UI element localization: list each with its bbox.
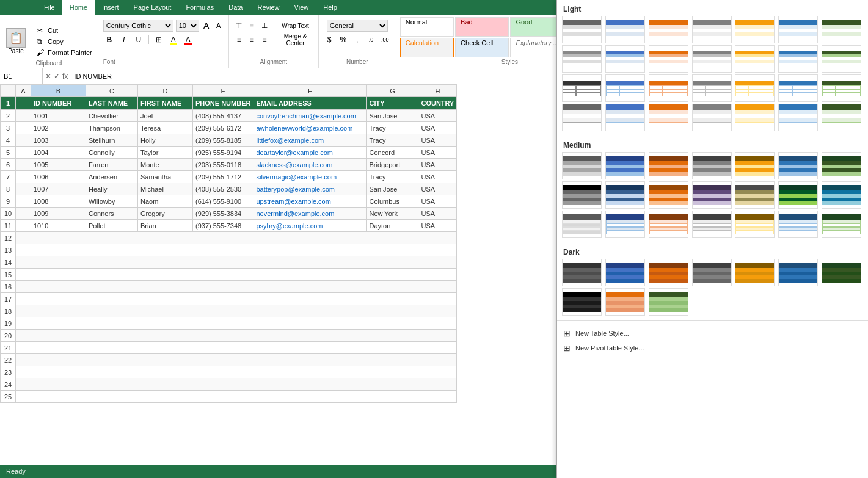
table-style-medium-9[interactable] xyxy=(605,181,645,209)
cell-e7[interactable]: (209) 555-1712 xyxy=(193,171,253,183)
header-email[interactable]: PHONE NUMBER xyxy=(193,97,253,110)
decrease-font-button[interactable]: A xyxy=(214,21,224,31)
row-num-12[interactable]: 12 xyxy=(1,232,16,244)
align-left-button[interactable]: ≡ xyxy=(234,34,244,46)
cell-empty-17[interactable] xyxy=(16,293,457,305)
cell-e2[interactable]: (408) 555-4137 xyxy=(193,110,253,122)
cell-f7[interactable]: silvermagic@example.com xyxy=(253,171,367,183)
row-num-13[interactable]: 13 xyxy=(1,244,16,256)
align-top-button[interactable]: ⊤ xyxy=(234,20,244,32)
table-style-light-26[interactable] xyxy=(735,104,775,131)
table-style-light-28[interactable] xyxy=(822,104,861,131)
header-city[interactable]: EMAIL ADDRESS xyxy=(253,97,367,110)
cell-e4[interactable]: (209) 555-8185 xyxy=(193,134,253,147)
cell-e10[interactable]: (929) 555-3834 xyxy=(193,208,253,220)
cell-a10[interactable] xyxy=(16,208,31,220)
cell-a9[interactable] xyxy=(16,195,31,208)
table-style-light-22[interactable] xyxy=(562,104,602,131)
header-invoice[interactable]: COUNTRY xyxy=(418,97,457,110)
row-num-9[interactable]: 9 xyxy=(1,195,16,208)
cell-a7[interactable] xyxy=(16,171,31,183)
cell-b11[interactable]: 1010 xyxy=(31,220,86,232)
table-style-dark-10[interactable] xyxy=(649,288,688,316)
wrap-text-button[interactable]: Wrap Text xyxy=(277,20,313,32)
table-style-light-12[interactable] xyxy=(735,45,775,73)
cell-d5[interactable]: Taylor xyxy=(138,147,193,159)
header-id[interactable] xyxy=(16,97,31,110)
tab-help[interactable]: Help xyxy=(316,0,345,15)
increase-font-button[interactable]: A xyxy=(202,21,211,31)
row-num-2[interactable]: 2 xyxy=(1,110,16,122)
table-style-light-3[interactable] xyxy=(649,16,688,43)
table-style-medium-1[interactable] xyxy=(562,152,602,179)
cell-f2[interactable]: convoyfrenchman@example.com xyxy=(253,110,367,122)
copy-button[interactable]: ⧉ Copy xyxy=(35,37,94,46)
header-last-name[interactable]: ID NUMBER xyxy=(31,97,86,110)
cell-f4[interactable]: littlefox@example.com xyxy=(253,134,367,147)
cell-e8[interactable]: (408) 555-2530 xyxy=(193,183,253,195)
cell-c5[interactable]: Connolly xyxy=(86,147,138,159)
row-num-4[interactable]: 4 xyxy=(1,134,16,147)
row-num-25[interactable]: 25 xyxy=(1,391,16,403)
borders-button[interactable]: ⊞ xyxy=(153,34,165,46)
cell-h11[interactable]: USA xyxy=(418,220,457,232)
table-style-dark-7[interactable] xyxy=(822,259,861,286)
cell-g3[interactable]: Tracy xyxy=(367,122,418,134)
row-num-23[interactable]: 23 xyxy=(1,366,16,378)
corner-cell[interactable] xyxy=(1,85,16,97)
cell-g5[interactable]: Concord xyxy=(367,147,418,159)
cell-b9[interactable]: 1008 xyxy=(31,195,86,208)
table-style-medium-20[interactable] xyxy=(778,211,818,238)
col-header-a[interactable]: A xyxy=(16,85,31,97)
cell-g2[interactable]: San Jose xyxy=(367,110,418,122)
cell-c3[interactable]: Thampson xyxy=(86,122,138,134)
confirm-formula-icon[interactable]: ✓ xyxy=(54,72,60,81)
cell-h4[interactable]: USA xyxy=(418,134,457,147)
cell-empty-13[interactable] xyxy=(16,244,457,256)
cell-b10[interactable]: 1009 xyxy=(31,208,86,220)
row-num-17[interactable]: 17 xyxy=(1,293,16,305)
table-style-medium-3[interactable] xyxy=(649,152,688,179)
row-num-7[interactable]: 7 xyxy=(1,171,16,183)
row-num-10[interactable]: 10 xyxy=(1,208,16,220)
cell-a4[interactable] xyxy=(16,134,31,147)
cell-c11[interactable]: Pollet xyxy=(86,220,138,232)
font-color-button[interactable]: A xyxy=(182,34,194,46)
col-header-e[interactable]: E xyxy=(193,85,253,97)
tab-file[interactable]: File xyxy=(37,0,62,15)
table-style-dark-4[interactable] xyxy=(692,259,732,286)
cell-empty-23[interactable] xyxy=(16,366,457,378)
table-style-medium-21[interactable] xyxy=(822,211,861,238)
cell-c10[interactable]: Conners xyxy=(86,208,138,220)
row-num-15[interactable]: 15 xyxy=(1,269,16,281)
cell-d6[interactable]: Monte xyxy=(138,159,193,171)
table-style-medium-11[interactable] xyxy=(692,181,732,209)
table-style-light-27[interactable] xyxy=(778,104,818,131)
table-style-medium-17[interactable] xyxy=(649,211,688,238)
table-style-light-18[interactable] xyxy=(692,74,732,102)
row-num-3[interactable]: 3 xyxy=(1,122,16,134)
align-right-button[interactable]: ≡ xyxy=(260,34,270,46)
percent-button[interactable]: % xyxy=(338,34,349,46)
row-num-18[interactable]: 18 xyxy=(1,305,16,317)
fill-color-button[interactable]: A xyxy=(167,34,180,46)
col-header-h[interactable]: H xyxy=(418,85,457,97)
tab-review[interactable]: Review xyxy=(250,0,286,15)
cell-empty-16[interactable] xyxy=(16,281,457,293)
table-style-light-21[interactable] xyxy=(822,74,861,102)
cell-b5[interactable]: 1004 xyxy=(31,147,86,159)
table-style-medium-16[interactable] xyxy=(605,211,645,238)
row-num-11[interactable]: 11 xyxy=(1,220,16,232)
align-middle-button[interactable]: ≡ xyxy=(247,20,257,32)
cell-a5[interactable] xyxy=(16,147,31,159)
style-normal[interactable]: Normal xyxy=(400,17,454,37)
cell-d9[interactable]: Naomi xyxy=(138,195,193,208)
style-bad[interactable]: Bad xyxy=(455,17,509,37)
table-style-medium-18[interactable] xyxy=(692,211,732,238)
cell-f3[interactable]: awholenewworld@example.com xyxy=(253,122,367,134)
cell-g10[interactable]: New York xyxy=(367,208,418,220)
table-style-medium-15[interactable] xyxy=(562,211,602,238)
table-style-light-20[interactable] xyxy=(778,74,818,102)
row-num-14[interactable]: 14 xyxy=(1,256,16,269)
table-style-dark-5[interactable] xyxy=(735,259,775,286)
